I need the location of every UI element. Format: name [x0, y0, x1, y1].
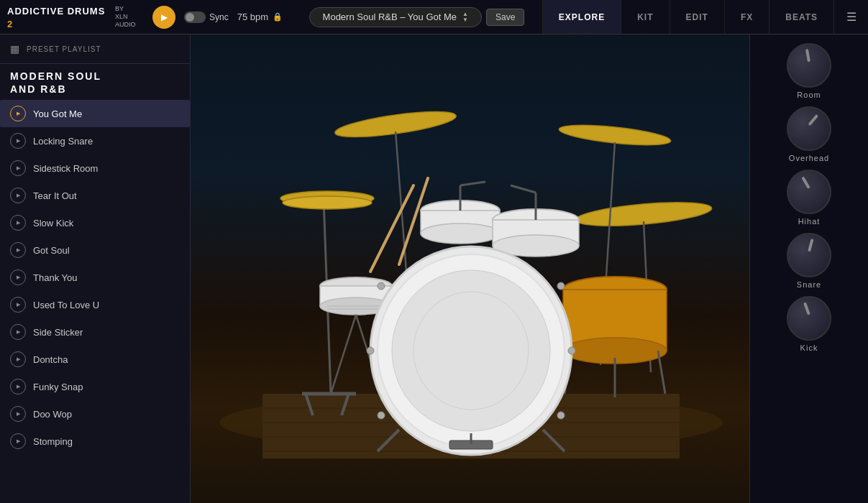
knob-kick[interactable] — [787, 296, 831, 341]
sidebar: ▦ Preset playlist MODERN SOULAND R&B ▶Yo… — [0, 34, 191, 503]
play-circle-locking-snare: ▶ — [10, 133, 26, 149]
playlist-item-used-to-love[interactable]: ▶Used To Love U — [0, 291, 190, 318]
svg-line-23 — [331, 315, 356, 394]
playlist-item-doo-wop[interactable]: ▶Doo Wop — [0, 400, 190, 428]
logo-version: 2 — [7, 19, 13, 29]
knob-item-room: Room — [787, 43, 831, 99]
playlist-item-thank-you[interactable]: ▶Thank You — [0, 264, 190, 291]
playlist-label: Preset playlist — [27, 45, 101, 53]
play-circle-funky-snap: ▶ — [10, 379, 26, 394]
badge-line2: AUDIO — [115, 21, 137, 29]
play-circle-you-got-me: ▶ — [10, 106, 26, 121]
svg-point-46 — [568, 347, 575, 354]
playlist-items: ▶You Got Me▶Locking Snare▶Sidestick Room… — [0, 100, 190, 503]
playlist-item-label-tear-it-out: Tear It Out — [33, 190, 77, 201]
playlist-item-label-sidestick-room: Sidestick Room — [33, 163, 98, 174]
svg-line-35 — [658, 351, 665, 394]
sync-toggle[interactable] — [184, 11, 206, 23]
playlist-item-side-sticker[interactable]: ▶Side Sticker — [0, 318, 190, 346]
playlist-title: MODERN SOULAND R&B — [0, 64, 190, 100]
play-circle-thank-you: ▶ — [10, 269, 26, 285]
preset-arrows: ▲ ▼ — [462, 11, 468, 23]
sidebar-header: ▦ Preset playlist — [0, 34, 190, 64]
lock-icon[interactable]: 🔒 — [273, 12, 283, 22]
knob-item-overhead: Overhead — [787, 106, 831, 162]
knob-label-hihat: Hihat — [798, 217, 821, 226]
playlist-item-locking-snare[interactable]: ▶Locking Snare — [0, 127, 190, 154]
save-button[interactable]: Save — [486, 9, 524, 26]
badge-line1: BY XLN — [115, 5, 137, 21]
playlist-item-dontcha[interactable]: ▶Dontcha — [0, 346, 190, 373]
playlist-item-funky-snap[interactable]: ▶Funky Snap — [0, 373, 190, 400]
toggle-thumb — [186, 13, 194, 22]
playlist-item-label-doo-wop: Doo Wop — [33, 409, 72, 420]
playlist-item-label-you-got-me: You Got Me — [33, 109, 82, 119]
knob-overhead[interactable] — [787, 106, 831, 151]
playlist-item-you-got-me[interactable]: ▶You Got Me — [0, 100, 190, 127]
playlist-item-stomping[interactable]: ▶Stomping — [0, 428, 190, 455]
playlist-item-got-soul[interactable]: ▶Got Soul — [0, 236, 190, 264]
svg-point-11 — [283, 196, 372, 209]
knob-snare[interactable] — [787, 233, 831, 277]
sync-area: Sync — [184, 11, 229, 23]
knob-room[interactable] — [787, 43, 831, 88]
tab-edit[interactable]: EDIT — [670, 0, 724, 34]
top-nav: ADDICTIVE DRUMS 2 BY XLN AUDIO ▶ Sync 75… — [0, 0, 868, 34]
svg-point-43 — [378, 412, 385, 419]
drum-area — [191, 34, 749, 503]
knob-item-kick: Kick — [787, 296, 831, 352]
svg-point-27 — [421, 223, 500, 244]
logo-area: ADDICTIVE DRUMS 2 BY XLN AUDIO — [0, 4, 144, 30]
svg-point-41 — [378, 282, 385, 290]
play-circle-sidestick-room: ▶ — [10, 160, 26, 176]
svg-point-45 — [367, 347, 374, 354]
play-button[interactable]: ▶ — [152, 6, 175, 29]
bpm-value[interactable]: 75 bpm — [237, 11, 268, 22]
playlist-item-label-stomping: Stomping — [33, 436, 73, 447]
playlist-item-label-locking-snare: Locking Snare — [33, 136, 93, 147]
svg-line-54 — [511, 185, 536, 193]
playlist-item-label-slow-kick: Slow Kick — [33, 218, 73, 229]
knobs-panel: RoomOverheadHihatSnareKick — [749, 34, 868, 503]
tab-kit[interactable]: KIT — [621, 0, 669, 34]
play-circle-stomping: ▶ — [10, 433, 26, 449]
svg-line-55 — [370, 185, 414, 272]
play-circle-side-sticker: ▶ — [10, 324, 26, 340]
arrow-down-icon: ▼ — [462, 17, 468, 23]
preset-display: Modern Soul R&B – You Got Me ▲ ▼ Save — [291, 7, 542, 27]
play-circle-used-to-love: ▶ — [10, 297, 26, 313]
play-circle-got-soul: ▶ — [10, 242, 26, 258]
svg-line-52 — [460, 182, 485, 185]
hamburger-menu[interactable]: ☰ — [833, 0, 868, 34]
playlist-item-label-side-sticker: Side Sticker — [33, 327, 83, 338]
knob-item-snare: Snare — [787, 233, 831, 289]
playlist-item-sidestick-room[interactable]: ▶Sidestick Room — [0, 154, 190, 182]
playlist-item-tear-it-out[interactable]: ▶Tear It Out — [0, 182, 190, 209]
preset-pill[interactable]: Modern Soul R&B – You Got Me ▲ ▼ — [309, 7, 482, 27]
play-circle-slow-kick: ▶ — [10, 215, 26, 231]
play-circle-doo-wop: ▶ — [10, 406, 26, 422]
knob-label-kick: Kick — [800, 343, 818, 352]
knob-label-snare: Snare — [797, 280, 821, 289]
svg-point-44 — [557, 412, 565, 419]
playlist-item-label-got-soul: Got Soul — [33, 245, 70, 256]
knob-item-hihat: Hihat — [787, 170, 831, 226]
logo-text: ADDICTIVE DRUMS — [7, 6, 105, 17]
playlist-icon: ▦ — [10, 43, 19, 55]
knob-label-overhead: Overhead — [789, 154, 829, 162]
logo: ADDICTIVE DRUMS 2 — [7, 4, 108, 30]
playlist-item-slow-kick[interactable]: ▶Slow Kick — [0, 209, 190, 236]
hamburger-icon: ☰ — [846, 10, 856, 24]
nav-tabs: EXPLORE KIT EDIT FX BEATS ☰ — [542, 0, 868, 34]
tab-explore[interactable]: EXPLORE — [542, 0, 621, 34]
tab-fx[interactable]: FX — [724, 0, 769, 34]
knob-label-room: Room — [797, 91, 821, 99]
playlist-item-label-funky-snap: Funky Snap — [33, 382, 83, 392]
svg-point-42 — [557, 282, 565, 290]
tab-beats[interactable]: BEATS — [769, 0, 833, 34]
main-content: ▦ Preset playlist MODERN SOULAND R&B ▶Yo… — [0, 34, 868, 503]
knob-hihat[interactable] — [787, 170, 831, 214]
drum-kit-svg — [191, 42, 749, 458]
sync-label: Sync — [209, 12, 229, 22]
svg-point-39 — [392, 270, 550, 431]
